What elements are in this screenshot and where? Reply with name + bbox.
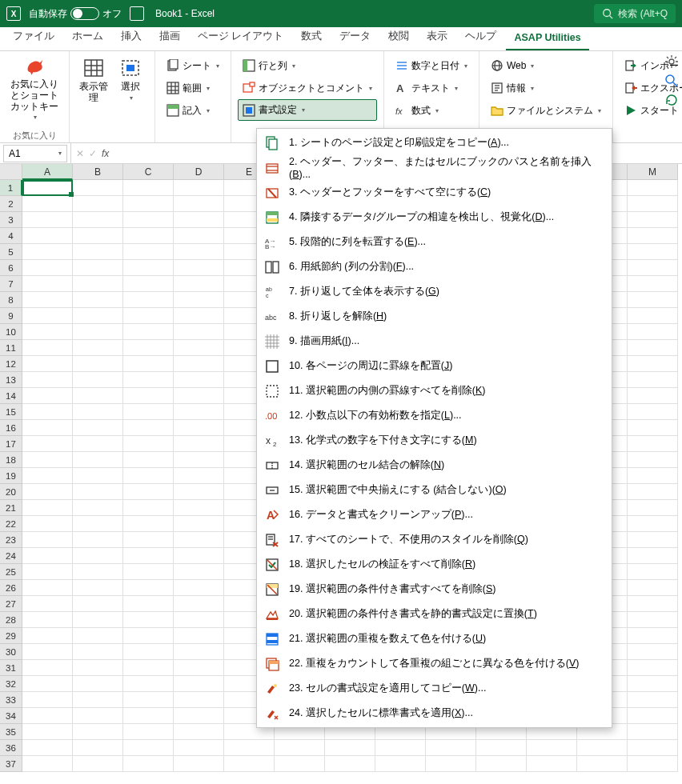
cell[interactable] bbox=[73, 308, 123, 324]
cell[interactable] bbox=[73, 692, 123, 708]
cell[interactable] bbox=[73, 516, 123, 532]
cell[interactable] bbox=[628, 292, 678, 308]
cell[interactable] bbox=[22, 276, 73, 292]
cell[interactable] bbox=[123, 516, 174, 532]
cell[interactable] bbox=[628, 228, 678, 244]
col-header-D[interactable]: D bbox=[174, 164, 224, 180]
menu-item-24[interactable]: 24. 選択したセルに標準書式を適用(X)... bbox=[257, 701, 612, 726]
row-header-18[interactable]: 18 bbox=[0, 452, 22, 468]
select-button[interactable]: 選択 ▾ bbox=[113, 54, 148, 123]
cell[interactable] bbox=[375, 756, 426, 772]
cell[interactable] bbox=[73, 228, 123, 244]
cell[interactable] bbox=[22, 660, 73, 676]
cell[interactable] bbox=[73, 532, 123, 548]
row-header-36[interactable]: 36 bbox=[0, 740, 22, 756]
cell[interactable] bbox=[22, 548, 73, 564]
cell[interactable] bbox=[123, 244, 174, 260]
ribbon-btn-記入[interactable]: 記入▾ bbox=[162, 99, 224, 122]
cell[interactable] bbox=[22, 532, 73, 548]
cell[interactable] bbox=[123, 324, 174, 340]
save-icon[interactable] bbox=[130, 6, 144, 21]
cell[interactable] bbox=[73, 628, 123, 644]
search-box[interactable]: 検索 (Alt+Q bbox=[594, 4, 676, 23]
cell[interactable] bbox=[174, 452, 224, 468]
tab-3[interactable]: 描画 bbox=[151, 25, 188, 50]
cell[interactable] bbox=[174, 244, 224, 260]
cell[interactable] bbox=[22, 196, 73, 212]
cell[interactable] bbox=[73, 580, 123, 596]
row-header-31[interactable]: 31 bbox=[0, 660, 22, 676]
cell[interactable] bbox=[325, 740, 375, 756]
cell[interactable] bbox=[628, 276, 678, 292]
cell[interactable] bbox=[527, 740, 577, 756]
cell[interactable] bbox=[22, 260, 73, 276]
cell[interactable] bbox=[73, 180, 123, 196]
menu-item-3[interactable]: 3. ヘッダーとフッターをすべて空にする(C) bbox=[257, 180, 612, 205]
search-icon[interactable] bbox=[664, 74, 679, 88]
cell[interactable] bbox=[73, 196, 123, 212]
col-header-A[interactable]: A bbox=[22, 164, 73, 180]
cell[interactable] bbox=[123, 500, 174, 516]
tab-5[interactable]: 数式 bbox=[293, 25, 330, 50]
cell[interactable] bbox=[375, 740, 426, 756]
col-header-C[interactable]: C bbox=[123, 164, 174, 180]
cell[interactable] bbox=[174, 292, 224, 308]
cell[interactable] bbox=[174, 596, 224, 612]
cell[interactable] bbox=[628, 644, 678, 660]
cell[interactable] bbox=[73, 596, 123, 612]
cell[interactable] bbox=[22, 356, 73, 372]
cell[interactable] bbox=[22, 180, 73, 196]
cell[interactable] bbox=[22, 372, 73, 388]
cell[interactable] bbox=[628, 324, 678, 340]
gear-icon[interactable] bbox=[664, 54, 679, 69]
cell[interactable] bbox=[123, 196, 174, 212]
cell[interactable] bbox=[123, 388, 174, 404]
tab-8[interactable]: 表示 bbox=[419, 25, 455, 50]
cell[interactable] bbox=[22, 452, 73, 468]
cell[interactable] bbox=[22, 676, 73, 692]
ribbon-btn-範囲[interactable]: 範囲▾ bbox=[162, 77, 224, 99]
menu-item-11[interactable]: 11. 選択範囲の内側の罫線すべてを削除(K) bbox=[257, 378, 612, 403]
cell[interactable] bbox=[123, 468, 174, 484]
cell[interactable] bbox=[123, 404, 174, 420]
cell[interactable] bbox=[22, 644, 73, 660]
cell[interactable] bbox=[22, 500, 73, 516]
cell[interactable] bbox=[123, 580, 174, 596]
cell[interactable] bbox=[73, 756, 123, 772]
cell[interactable] bbox=[73, 468, 123, 484]
col-header-B[interactable]: B bbox=[73, 164, 123, 180]
cell[interactable] bbox=[174, 580, 224, 596]
cell[interactable] bbox=[174, 324, 224, 340]
menu-item-21[interactable]: 21. 選択範囲の重複を数えて色を付ける(U) bbox=[257, 626, 612, 651]
cell[interactable] bbox=[628, 356, 678, 372]
select-all-corner[interactable] bbox=[0, 164, 22, 180]
cell[interactable] bbox=[123, 180, 174, 196]
cell[interactable] bbox=[628, 516, 678, 532]
menu-item-13[interactable]: x213. 化学式の数字を下付き文字にする(M) bbox=[257, 428, 612, 453]
cell[interactable] bbox=[174, 484, 224, 500]
cell[interactable] bbox=[73, 340, 123, 356]
cell[interactable] bbox=[123, 628, 174, 644]
cell[interactable] bbox=[628, 500, 678, 516]
tab-7[interactable]: 校閲 bbox=[380, 25, 417, 50]
cell[interactable] bbox=[22, 436, 73, 452]
cell[interactable] bbox=[426, 740, 476, 756]
cell[interactable] bbox=[325, 756, 375, 772]
cell[interactable] bbox=[123, 756, 174, 772]
cell[interactable] bbox=[22, 228, 73, 244]
cell[interactable] bbox=[22, 628, 73, 644]
cell[interactable] bbox=[123, 292, 174, 308]
ribbon-btn-ファイルとシステム[interactable]: ファイルとシステム▾ bbox=[486, 99, 606, 122]
cell[interactable] bbox=[628, 308, 678, 324]
cell[interactable] bbox=[123, 212, 174, 228]
ribbon-btn-数字と日付[interactable]: 数字と日付▾ bbox=[391, 54, 472, 77]
cell[interactable] bbox=[22, 724, 73, 740]
row-header-16[interactable]: 16 bbox=[0, 420, 22, 436]
cell[interactable] bbox=[426, 756, 476, 772]
cell[interactable] bbox=[174, 612, 224, 628]
cell[interactable] bbox=[628, 196, 678, 212]
menu-item-10[interactable]: 10. 各ページの周辺に罫線を配置(J) bbox=[257, 354, 612, 378]
cell[interactable] bbox=[22, 740, 73, 756]
cell[interactable] bbox=[73, 420, 123, 436]
cell[interactable] bbox=[628, 548, 678, 564]
